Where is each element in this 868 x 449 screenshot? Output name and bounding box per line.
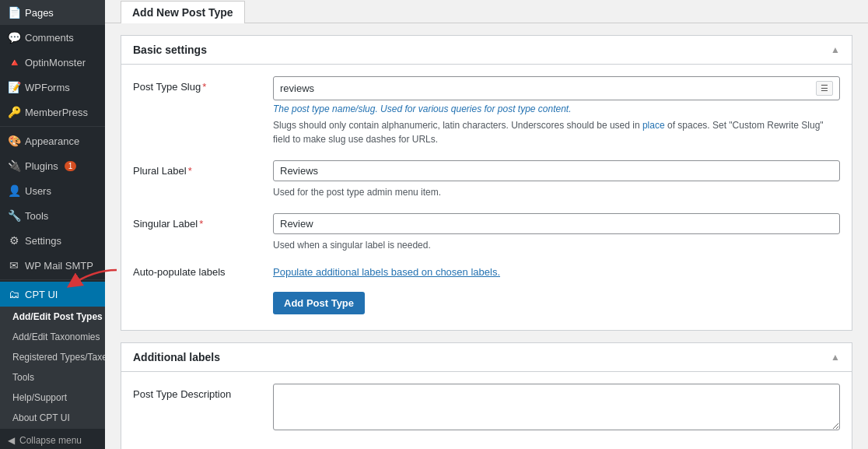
sub-label-add-edit-taxonomies: Add/Edit Taxonomies <box>12 331 100 342</box>
basic-settings-header: Basic settings ▲ <box>121 36 852 65</box>
sidebar-label-plugins: Plugins <box>25 160 58 172</box>
post-type-description-field-wrap <box>273 384 840 433</box>
sidebar-sub-registered-types[interactable]: Registered Types/Taxes <box>0 347 105 367</box>
sidebar-label-wpforms: WPForms <box>25 82 70 93</box>
post-type-slug-input-container: ☰ <box>273 76 840 100</box>
plural-label-input[interactable] <box>280 165 833 177</box>
plugins-badge: 1 <box>65 161 77 171</box>
post-type-description-textarea[interactable] <box>273 384 840 430</box>
sub-label-registered-types: Registered Types/Taxes <box>12 352 105 363</box>
sub-label-about-cpt: About CPT UI <box>12 412 70 423</box>
singular-label-row: Singular Label* Used when a singular lab… <box>133 213 840 252</box>
auto-populate-row: Auto-populate labels Populate additional… <box>133 266 840 278</box>
collapse-menu-button[interactable]: ◀ Collapse menu <box>0 428 105 449</box>
sidebar-sub-about-cpt[interactable]: About CPT UI <box>0 408 105 428</box>
slug-required-star: * <box>202 81 206 93</box>
sidebar-label-pages: Pages <box>25 7 54 19</box>
additional-labels-title: Additional labels <box>133 351 220 363</box>
singular-label-input-container <box>273 213 840 234</box>
auto-populate-link-wrap: Populate additional labels based on chos… <box>273 266 500 278</box>
sidebar-item-pages[interactable]: 📄 Pages <box>0 0 105 25</box>
sidebar-item-plugins[interactable]: 🔌 Plugins 1 <box>0 153 105 178</box>
basic-settings-body: Post Type Slug* ☰ The post type name/slu… <box>121 65 852 330</box>
auto-populate-link[interactable]: Populate additional labels based on chos… <box>273 266 500 278</box>
singular-required-star: * <box>199 218 203 230</box>
singular-label-field-wrap: Used when a singular label is needed. <box>273 213 840 252</box>
sidebar-sub-help-support[interactable]: Help/Support <box>0 388 105 408</box>
singular-label-hint: Used when a singular label is needed. <box>273 238 840 252</box>
singular-label-label: Singular Label* <box>133 213 257 230</box>
plural-label-label: Plural Label* <box>133 160 257 177</box>
sidebar-item-cptui[interactable]: 🗂 CPT UI <box>0 282 105 307</box>
sidebar-label-users: Users <box>25 185 51 197</box>
sidebar-item-memberpress[interactable]: 🔑 MemberPress <box>0 100 105 125</box>
sidebar-label-comments: Comments <box>25 32 74 44</box>
post-type-slug-input[interactable] <box>280 82 816 94</box>
add-post-type-button[interactable]: Add Post Type <box>273 292 365 314</box>
sidebar-item-comments[interactable]: 💬 Comments <box>0 25 105 50</box>
slug-hint-plain: Slugs should only contain alphanumeric, … <box>273 118 840 146</box>
comments-icon: 💬 <box>8 31 20 44</box>
sidebar-item-settings[interactable]: ⚙ Settings <box>0 228 105 253</box>
sidebar-label-tools: Tools <box>25 210 48 222</box>
content-area: Basic settings ▲ Post Type Slug* ☰ <box>105 23 868 449</box>
basic-settings-section: Basic settings ▲ Post Type Slug* ☰ <box>121 35 852 331</box>
additional-labels-body: Post Type Description <box>121 372 852 449</box>
memberpress-icon: 🔑 <box>8 106 20 118</box>
slug-info-button[interactable]: ☰ <box>816 81 833 96</box>
add-post-type-button-wrap: Add Post Type <box>273 292 840 314</box>
auto-populate-label: Auto-populate labels <box>133 266 257 278</box>
additional-labels-section: Additional labels ▲ Post Type Descriptio… <box>121 342 852 449</box>
slug-hint-italic: The post type name/slug. Used for variou… <box>273 103 840 114</box>
post-type-slug-field-wrap: ☰ The post type name/slug. Used for vari… <box>273 76 840 146</box>
sidebar-item-appearance[interactable]: 🎨 Appearance <box>0 128 105 153</box>
sidebar-label-optinmonster: OptinMonster <box>25 57 86 68</box>
plural-label-field-wrap: Used for the post type admin menu item. <box>273 160 840 199</box>
sidebar-sub-tools[interactable]: Tools <box>0 367 105 388</box>
main-content: Add New Post Type Basic settings ▲ Post … <box>105 0 868 449</box>
sidebar-label-appearance: Appearance <box>25 135 79 147</box>
post-type-description-label: Post Type Description <box>133 384 257 400</box>
wpforms-icon: 📝 <box>8 81 20 93</box>
additional-labels-collapse-icon[interactable]: ▲ <box>831 352 840 363</box>
plural-required-star: * <box>188 165 192 177</box>
basic-settings-title: Basic settings <box>133 44 207 56</box>
sidebar-sub-add-edit-post-types[interactable]: Add/Edit Post Types <box>0 307 105 327</box>
post-type-description-row: Post Type Description <box>133 384 840 433</box>
plural-label-input-container <box>273 160 840 181</box>
page-title-bar: Add New Post Type <box>105 0 868 23</box>
sidebar-item-wpforms[interactable]: 📝 WPForms <box>0 75 105 100</box>
plural-label-hint: Used for the post type admin menu item. <box>273 185 840 199</box>
additional-labels-header: Additional labels ▲ <box>121 343 852 372</box>
tools-icon: 🔧 <box>8 209 20 222</box>
sidebar-label-memberpress: MemberPress <box>25 107 88 118</box>
sidebar-label-wpmail: WP Mail SMTP <box>25 260 93 272</box>
collapse-label: Collapse menu <box>19 435 82 446</box>
sidebar-item-tools[interactable]: 🔧 Tools <box>0 203 105 228</box>
sidebar-label-cptui: CPT UI <box>25 289 58 300</box>
singular-label-input[interactable] <box>280 218 833 230</box>
pages-icon: 📄 <box>8 6 20 19</box>
sub-label-help-support: Help/Support <box>12 392 67 403</box>
post-type-slug-label: Post Type Slug* <box>133 76 257 93</box>
sidebar: 📄 Pages 💬 Comments 🔺 OptinMonster 📝 WPFo… <box>0 0 105 449</box>
plural-label-row: Plural Label* Used for the post type adm… <box>133 160 840 199</box>
wpmail-icon: ✉ <box>8 259 20 272</box>
plugins-icon: 🔌 <box>8 160 20 172</box>
cptui-submenu: Add/Edit Post Types Add/Edit Taxonomies … <box>0 307 105 428</box>
sidebar-item-users[interactable]: 👤 Users <box>0 178 105 203</box>
post-type-slug-row: Post Type Slug* ☰ The post type name/slu… <box>133 76 840 146</box>
cptui-icon: 🗂 <box>8 288 20 300</box>
basic-settings-collapse-icon[interactable]: ▲ <box>831 44 840 55</box>
sidebar-item-optinmonster[interactable]: 🔺 OptinMonster <box>0 50 105 75</box>
sidebar-label-settings: Settings <box>25 235 61 247</box>
collapse-icon: ◀ <box>8 435 15 446</box>
page-title-tab: Add New Post Type <box>121 1 245 23</box>
optinmonster-icon: 🔺 <box>8 56 20 68</box>
users-icon: 👤 <box>8 184 20 197</box>
sidebar-item-wpmail[interactable]: ✉ WP Mail SMTP <box>0 253 105 278</box>
appearance-icon: 🎨 <box>8 135 20 147</box>
sub-label-add-edit-post-types: Add/Edit Post Types <box>12 311 103 322</box>
sidebar-sub-add-edit-taxonomies[interactable]: Add/Edit Taxonomies <box>0 327 105 347</box>
sub-label-tools: Tools <box>12 372 34 383</box>
